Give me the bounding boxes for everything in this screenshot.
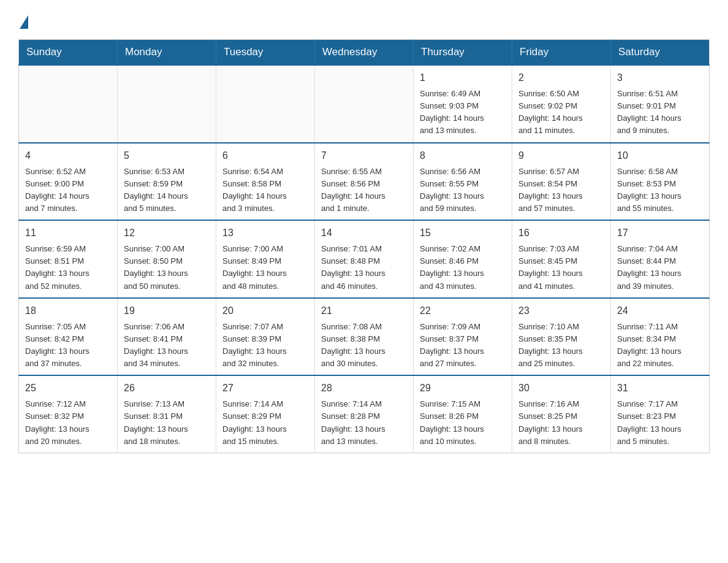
day-info: Sunrise: 7:03 AMSunset: 8:45 PMDaylight:… [518, 243, 604, 293]
logo [18, 12, 29, 27]
day-number: 3 [617, 71, 703, 85]
weekday-header-sunday: Sunday [19, 40, 118, 66]
day-info: Sunrise: 7:08 AMSunset: 8:38 PMDaylight:… [321, 321, 407, 370]
calendar-cell: 10Sunrise: 6:58 AMSunset: 8:53 PMDayligh… [611, 143, 710, 221]
calendar-week-row: 25Sunrise: 7:12 AMSunset: 8:32 PMDayligh… [19, 375, 710, 453]
weekday-header-saturday: Saturday [611, 40, 710, 66]
day-number: 29 [420, 381, 506, 396]
day-number: 1 [420, 71, 506, 85]
day-number: 10 [617, 148, 703, 163]
day-number: 21 [321, 304, 407, 318]
day-number: 31 [617, 381, 703, 396]
day-info: Sunrise: 7:12 AMSunset: 8:32 PMDaylight:… [25, 398, 111, 448]
day-number: 27 [222, 381, 308, 396]
day-number: 13 [222, 226, 308, 240]
day-number: 22 [420, 304, 506, 318]
calendar-cell: 1Sunrise: 6:49 AMSunset: 9:03 PMDaylight… [414, 65, 512, 143]
day-number: 14 [321, 226, 407, 240]
weekday-header-wednesday: Wednesday [315, 40, 414, 66]
day-number: 9 [518, 148, 604, 163]
calendar-cell: 12Sunrise: 7:00 AMSunset: 8:50 PMDayligh… [118, 220, 216, 298]
calendar-cell: 3Sunrise: 6:51 AMSunset: 9:01 PMDaylight… [611, 65, 710, 143]
day-number: 5 [124, 148, 210, 163]
calendar-cell: 19Sunrise: 7:06 AMSunset: 8:41 PMDayligh… [118, 298, 216, 376]
calendar-table: SundayMondayTuesdayWednesdayThursdayFrid… [18, 39, 710, 453]
day-info: Sunrise: 7:17 AMSunset: 8:23 PMDaylight:… [617, 398, 703, 448]
day-number: 19 [124, 304, 210, 318]
day-info: Sunrise: 6:56 AMSunset: 8:55 PMDaylight:… [420, 166, 506, 215]
day-info: Sunrise: 6:53 AMSunset: 8:59 PMDaylight:… [124, 166, 210, 215]
calendar-cell: 17Sunrise: 7:04 AMSunset: 8:44 PMDayligh… [611, 220, 710, 298]
calendar-cell: 15Sunrise: 7:02 AMSunset: 8:46 PMDayligh… [414, 220, 512, 298]
calendar-cell: 22Sunrise: 7:09 AMSunset: 8:37 PMDayligh… [414, 298, 512, 376]
day-info: Sunrise: 7:11 AMSunset: 8:34 PMDaylight:… [617, 321, 703, 370]
weekday-header-row: SundayMondayTuesdayWednesdayThursdayFrid… [19, 40, 710, 66]
calendar-cell: 6Sunrise: 6:54 AMSunset: 8:58 PMDaylight… [216, 143, 315, 221]
calendar-cell: 24Sunrise: 7:11 AMSunset: 8:34 PMDayligh… [611, 298, 710, 376]
calendar-cell: 28Sunrise: 7:14 AMSunset: 8:28 PMDayligh… [315, 375, 414, 453]
calendar-cell: 25Sunrise: 7:12 AMSunset: 8:32 PMDayligh… [19, 375, 118, 453]
calendar-week-row: 4Sunrise: 6:52 AMSunset: 9:00 PMDaylight… [19, 143, 710, 221]
day-info: Sunrise: 7:05 AMSunset: 8:42 PMDaylight:… [25, 321, 111, 370]
weekday-header-tuesday: Tuesday [216, 40, 315, 66]
day-info: Sunrise: 7:14 AMSunset: 8:29 PMDaylight:… [222, 398, 308, 448]
calendar-cell: 21Sunrise: 7:08 AMSunset: 8:38 PMDayligh… [315, 298, 414, 376]
day-number: 12 [124, 226, 210, 240]
calendar-cell: 5Sunrise: 6:53 AMSunset: 8:59 PMDaylight… [118, 143, 216, 221]
day-info: Sunrise: 6:57 AMSunset: 8:54 PMDaylight:… [518, 166, 604, 215]
day-number: 24 [617, 304, 703, 318]
day-info: Sunrise: 6:55 AMSunset: 8:56 PMDaylight:… [321, 166, 407, 215]
day-number: 25 [25, 381, 111, 396]
day-number: 17 [617, 226, 703, 240]
day-info: Sunrise: 7:01 AMSunset: 8:48 PMDaylight:… [321, 243, 407, 293]
calendar-cell [118, 65, 216, 143]
day-info: Sunrise: 7:00 AMSunset: 8:49 PMDaylight:… [222, 243, 308, 293]
day-number: 7 [321, 148, 407, 163]
day-info: Sunrise: 7:10 AMSunset: 8:35 PMDaylight:… [518, 321, 604, 370]
calendar-week-row: 1Sunrise: 6:49 AMSunset: 9:03 PMDaylight… [19, 65, 710, 143]
calendar-cell: 29Sunrise: 7:15 AMSunset: 8:26 PMDayligh… [414, 375, 512, 453]
calendar-cell: 4Sunrise: 6:52 AMSunset: 9:00 PMDaylight… [19, 143, 118, 221]
day-number: 20 [222, 304, 308, 318]
calendar-cell: 18Sunrise: 7:05 AMSunset: 8:42 PMDayligh… [19, 298, 118, 376]
day-number: 16 [518, 226, 604, 240]
weekday-header-monday: Monday [118, 40, 216, 66]
calendar-cell [216, 65, 315, 143]
day-info: Sunrise: 6:49 AMSunset: 9:03 PMDaylight:… [420, 88, 506, 137]
day-info: Sunrise: 7:16 AMSunset: 8:25 PMDaylight:… [518, 398, 604, 448]
day-info: Sunrise: 6:58 AMSunset: 8:53 PMDaylight:… [617, 166, 703, 215]
day-number: 11 [25, 226, 111, 240]
calendar-cell [19, 65, 118, 143]
day-info: Sunrise: 6:50 AMSunset: 9:02 PMDaylight:… [518, 88, 604, 137]
day-info: Sunrise: 7:09 AMSunset: 8:37 PMDaylight:… [420, 321, 506, 370]
calendar-cell: 2Sunrise: 6:50 AMSunset: 9:02 PMDaylight… [512, 65, 611, 143]
weekday-header-thursday: Thursday [414, 40, 512, 66]
calendar-cell [315, 65, 414, 143]
calendar-cell: 11Sunrise: 6:59 AMSunset: 8:51 PMDayligh… [19, 220, 118, 298]
day-number: 18 [25, 304, 111, 318]
page-header [18, 12, 710, 27]
day-info: Sunrise: 7:15 AMSunset: 8:26 PMDaylight:… [420, 398, 506, 448]
day-number: 15 [420, 226, 506, 240]
day-number: 2 [518, 71, 604, 85]
day-number: 30 [518, 381, 604, 396]
day-info: Sunrise: 6:51 AMSunset: 9:01 PMDaylight:… [617, 88, 703, 137]
day-info: Sunrise: 7:14 AMSunset: 8:28 PMDaylight:… [321, 398, 407, 448]
calendar-cell: 23Sunrise: 7:10 AMSunset: 8:35 PMDayligh… [512, 298, 611, 376]
day-number: 28 [321, 381, 407, 396]
day-info: Sunrise: 7:06 AMSunset: 8:41 PMDaylight:… [124, 321, 210, 370]
calendar-cell: 7Sunrise: 6:55 AMSunset: 8:56 PMDaylight… [315, 143, 414, 221]
calendar-cell: 9Sunrise: 6:57 AMSunset: 8:54 PMDaylight… [512, 143, 611, 221]
calendar-cell: 16Sunrise: 7:03 AMSunset: 8:45 PMDayligh… [512, 220, 611, 298]
day-number: 26 [124, 381, 210, 396]
logo-triangle-icon [20, 15, 28, 29]
calendar-cell: 30Sunrise: 7:16 AMSunset: 8:25 PMDayligh… [512, 375, 611, 453]
calendar-cell: 20Sunrise: 7:07 AMSunset: 8:39 PMDayligh… [216, 298, 315, 376]
calendar-cell: 14Sunrise: 7:01 AMSunset: 8:48 PMDayligh… [315, 220, 414, 298]
calendar-week-row: 11Sunrise: 6:59 AMSunset: 8:51 PMDayligh… [19, 220, 710, 298]
day-info: Sunrise: 6:52 AMSunset: 9:00 PMDaylight:… [25, 166, 111, 215]
day-info: Sunrise: 6:59 AMSunset: 8:51 PMDaylight:… [25, 243, 111, 293]
day-info: Sunrise: 7:04 AMSunset: 8:44 PMDaylight:… [617, 243, 703, 293]
calendar-cell: 8Sunrise: 6:56 AMSunset: 8:55 PMDaylight… [414, 143, 512, 221]
day-info: Sunrise: 7:07 AMSunset: 8:39 PMDaylight:… [222, 321, 308, 370]
